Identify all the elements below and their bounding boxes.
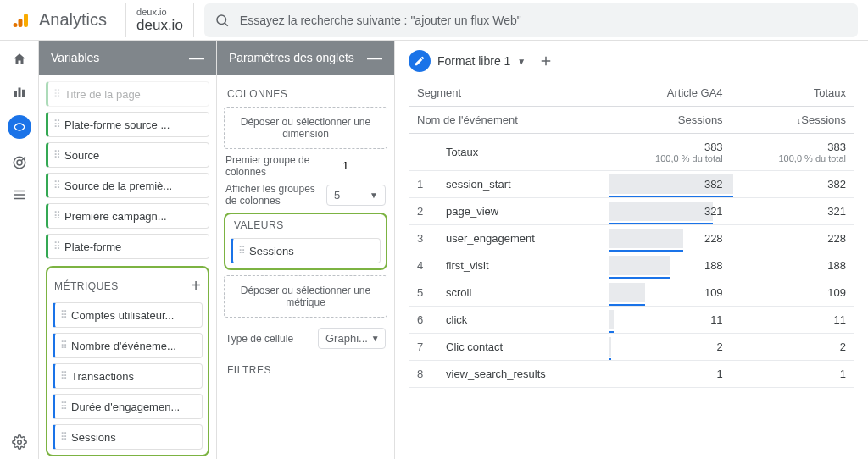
dimension-label: Plate-forme bbox=[64, 241, 121, 253]
value-cell: 2 bbox=[608, 334, 731, 361]
type-cellule-label: Type de cellule bbox=[225, 333, 318, 345]
dimension-label: Source de la premiè... bbox=[64, 180, 172, 192]
product-name: Analytics bbox=[39, 10, 107, 30]
premier-groupe-label: Premier groupe de colonnes bbox=[225, 154, 339, 178]
search-bar[interactable]: Essayez la recherche suivante : "ajouter… bbox=[204, 3, 858, 37]
collapse-variables-icon[interactable]: — bbox=[189, 49, 204, 67]
drag-grip-icon: ⠿ bbox=[53, 241, 59, 252]
metrics-title: MÉTRIQUES bbox=[54, 280, 119, 292]
tab-settings-title: Paramètres des onglets bbox=[229, 51, 354, 64]
dimension-label: Source bbox=[64, 149, 99, 162]
tab-settings-panel: Paramètres des onglets — COLONNES Dépose… bbox=[217, 41, 395, 459]
metric-label: Nombre d'événeme... bbox=[71, 340, 176, 352]
svg-point-2 bbox=[14, 23, 18, 27]
active-tab[interactable]: Format libre 1 ▼ bbox=[409, 50, 526, 72]
row-index: 2 bbox=[409, 198, 437, 225]
dimension-pill[interactable]: ⠿Source bbox=[46, 142, 209, 168]
col-segment[interactable]: Segment bbox=[409, 80, 608, 107]
drag-grip-icon: ⠿ bbox=[60, 309, 66, 321]
drop-metrique-zone[interactable]: Déposer ou sélectionner une métrique bbox=[224, 275, 387, 318]
collapse-settings-icon[interactable]: — bbox=[367, 49, 382, 67]
valeurs-title: VALEURS bbox=[234, 219, 377, 231]
dimension-pill[interactable]: ⠿Titre de la page bbox=[46, 81, 209, 107]
table-row[interactable]: 5scroll109109 bbox=[409, 279, 854, 307]
drag-grip-icon: ⠿ bbox=[60, 370, 66, 382]
exploration-canvas: Format libre 1 ▼ Segment Article GA4 Tot… bbox=[395, 41, 868, 459]
metric-pill[interactable]: ⠿Transactions bbox=[53, 363, 203, 389]
event-name-cell: scroll bbox=[437, 279, 608, 307]
row-index: 3 bbox=[409, 225, 437, 252]
svg-rect-0 bbox=[24, 14, 28, 27]
valeur-sessions-pill[interactable]: ⠿ Sessions bbox=[231, 238, 381, 263]
edit-tab-icon[interactable] bbox=[409, 50, 431, 72]
drag-grip-icon: ⠿ bbox=[53, 180, 59, 191]
valeur-sessions-label: Sessions bbox=[249, 245, 294, 257]
metric-pill[interactable]: ⠿Nombre d'événeme... bbox=[53, 333, 203, 358]
metric-label: Transactions bbox=[71, 370, 134, 383]
main-area: Variables — ⠿Titre de la page⠿Plate-form… bbox=[39, 41, 868, 459]
table-row[interactable]: 7Clic contact22 bbox=[409, 334, 854, 361]
drop-dimension-zone[interactable]: Déposer ou sélectionner une dimension bbox=[224, 107, 387, 149]
row-event-name[interactable]: Nom de l'événement bbox=[409, 107, 608, 134]
home-icon[interactable] bbox=[11, 51, 28, 68]
property-name: deux.io bbox=[136, 17, 183, 34]
dimension-pill[interactable]: ⠿Source de la premiè... bbox=[46, 173, 209, 198]
metrics-list: ⠿Comptes utilisateur...⠿Nombre d'événeme… bbox=[53, 302, 203, 450]
premier-groupe-input[interactable] bbox=[339, 158, 386, 174]
event-name-cell: view_search_results bbox=[437, 361, 608, 388]
table-row[interactable]: 1session_start382382 bbox=[409, 171, 854, 198]
add-tab-button[interactable] bbox=[534, 49, 558, 73]
configure-icon[interactable] bbox=[11, 186, 28, 203]
type-cellule-select[interactable]: Graphi... ▼ bbox=[318, 328, 386, 349]
drag-grip-icon: ⠿ bbox=[53, 119, 59, 130]
svg-rect-10 bbox=[14, 191, 25, 192]
col-sort-sessions[interactable]: ↓Sessions bbox=[732, 107, 854, 134]
drag-grip-icon: ⠿ bbox=[60, 401, 66, 412]
total-cell: 382 bbox=[732, 171, 854, 198]
search-placeholder: Essayez la recherche suivante : "ajouter… bbox=[240, 14, 521, 27]
svg-rect-7 bbox=[22, 90, 25, 97]
tab-bar: Format libre 1 ▼ bbox=[409, 49, 854, 73]
advertising-icon[interactable] bbox=[11, 154, 28, 171]
metric-label: Durée d'engagemen... bbox=[71, 401, 180, 413]
total-cell: 228 bbox=[732, 225, 854, 252]
metric-pill[interactable]: ⠿Comptes utilisateur... bbox=[53, 302, 203, 328]
metric-pill[interactable]: ⠿Durée d'engagemen... bbox=[53, 394, 203, 419]
table-row[interactable]: 2page_view321321 bbox=[409, 198, 854, 225]
dimension-pill[interactable]: ⠿Plate-forme source ... bbox=[46, 112, 209, 137]
value-cell: 228 bbox=[608, 225, 731, 252]
table-row[interactable]: 4first_visit188188 bbox=[409, 252, 854, 279]
add-metric-icon[interactable]: + bbox=[191, 276, 201, 296]
tab-menu-chevron-icon[interactable]: ▼ bbox=[517, 57, 526, 66]
col-sessions[interactable]: Sessions bbox=[608, 107, 731, 134]
col-article-ga4[interactable]: Article GA4 bbox=[608, 80, 731, 107]
col-totaux[interactable]: Totaux bbox=[732, 80, 854, 107]
chevron-down-icon: ▼ bbox=[371, 334, 380, 343]
reports-icon[interactable] bbox=[11, 83, 28, 100]
table-row[interactable]: 6click1111 bbox=[409, 307, 854, 334]
value-cell: 382 bbox=[608, 171, 731, 198]
metric-pill[interactable]: ⠿Sessions bbox=[53, 424, 203, 450]
row-index: 7 bbox=[409, 334, 437, 361]
afficher-groupes-select[interactable]: 5 ▼ bbox=[326, 185, 386, 206]
settings-icon[interactable] bbox=[11, 434, 28, 451]
logo-area[interactable]: Analytics bbox=[0, 10, 119, 30]
explore-icon[interactable] bbox=[8, 115, 31, 139]
value-cell: 321 bbox=[608, 198, 731, 225]
table-row[interactable]: 3user_engagement228228 bbox=[409, 225, 854, 252]
property-selector[interactable]: deux.io deux.io bbox=[125, 3, 194, 37]
total-cell: 321 bbox=[732, 198, 854, 225]
table-row[interactable]: 8view_search_results11 bbox=[409, 361, 854, 388]
app-header: Analytics deux.io deux.io Essayez la rec… bbox=[0, 0, 868, 41]
exploration-table: Segment Article GA4 Totaux Nom de l'évén… bbox=[409, 80, 854, 388]
value-cell: 1 bbox=[608, 361, 731, 388]
drag-grip-icon: ⠿ bbox=[53, 88, 59, 100]
total-cell: 109 bbox=[732, 279, 854, 307]
svg-rect-11 bbox=[14, 194, 25, 196]
row-index: 4 bbox=[409, 252, 437, 279]
dimension-pill[interactable]: ⠿Plate-forme bbox=[46, 234, 209, 259]
metric-label: Sessions bbox=[71, 431, 116, 444]
dimensions-list: ⠿Titre de la page⠿Plate-forme source ...… bbox=[46, 81, 209, 259]
row-index: 6 bbox=[409, 307, 437, 334]
dimension-pill[interactable]: ⠿Première campagn... bbox=[46, 203, 209, 229]
